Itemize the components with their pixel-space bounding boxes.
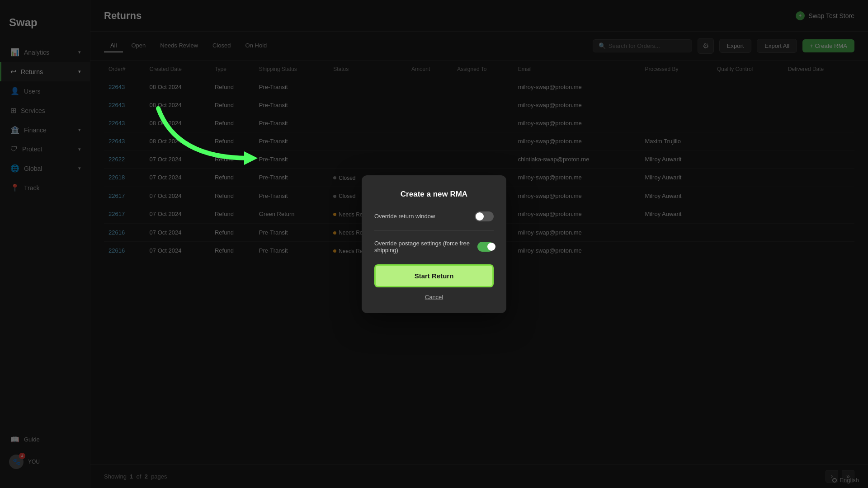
modal-title: Create a new RMA [374, 190, 494, 199]
override-postage-label: Override postage settings (force free sh… [374, 240, 477, 253]
toggle-knob-off [476, 212, 484, 221]
override-return-window-label: Override return window [374, 213, 435, 220]
modal-overlay[interactable]: Create a new RMA Override return window … [0, 0, 868, 488]
modal-divider [374, 230, 494, 231]
toggle-knob-on [487, 243, 495, 251]
arrow-annotation [149, 99, 276, 174]
override-postage-row: Override postage settings (force free sh… [374, 240, 494, 253]
cancel-link[interactable]: Cancel [374, 294, 494, 300]
override-postage-toggle[interactable] [477, 242, 494, 252]
create-rma-modal: Create a new RMA Override return window … [362, 175, 506, 313]
svg-marker-0 [244, 151, 258, 165]
start-return-button[interactable]: Start Return [374, 264, 494, 287]
override-return-window-row: Override return window [374, 211, 494, 221]
override-return-window-toggle[interactable] [475, 211, 494, 221]
